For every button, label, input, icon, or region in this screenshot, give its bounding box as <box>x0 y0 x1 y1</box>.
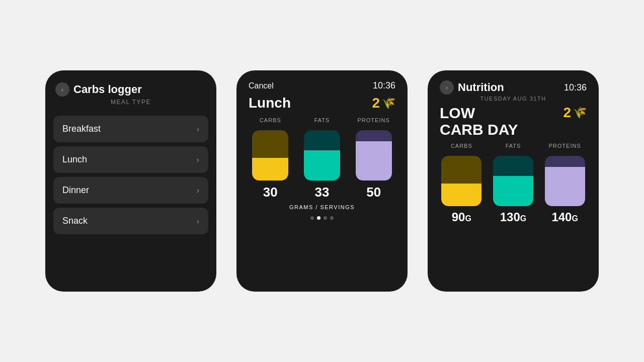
screen3-time: 10:36 <box>564 82 587 93</box>
screen-carbs-logger: ‹ Carbs logger MEAL TYPE Breakfast › Lun… <box>45 70 216 292</box>
meal-item-label: Breakfast <box>62 124 101 134</box>
screen1-title: Carbs logger <box>73 83 142 96</box>
meal-item-label: Lunch <box>62 154 87 165</box>
serving-badge: 2 🌾 <box>372 95 395 111</box>
day-type-line2: CARB DAY <box>440 121 518 138</box>
screen2-header: Cancel 10:36 <box>236 70 408 91</box>
grams-label: GRAMS <box>289 204 313 210</box>
proteins-value: 50 <box>354 185 394 200</box>
grams-servings-label: GRAMS / SERVINGS <box>236 202 408 212</box>
screen3-carbs-bar <box>441 156 481 206</box>
macros-labels: CARBS FATS PROTEINS <box>236 111 408 125</box>
carbs-value: 30 <box>250 185 290 200</box>
day-type-line1: LOW <box>440 105 475 121</box>
screen-nutrition: ‹ Nutrition 10:36 TUESDAY AUG 31TH LOW C… <box>428 70 599 292</box>
screen3-carbs-value: 90G <box>440 210 483 224</box>
meal-item-breakfast[interactable]: Breakfast › <box>53 116 208 142</box>
screen3-header: ‹ Nutrition 10:36 <box>428 70 599 95</box>
screen3-carbs-bar-fill <box>441 184 481 206</box>
day-type: LOW CARB DAY <box>440 105 518 138</box>
carbs-bar-fill <box>252 158 288 180</box>
screen3-fats-bar-fill <box>493 176 533 206</box>
carbs-bar <box>252 130 288 180</box>
fats-label: FATS <box>302 117 342 123</box>
meal-item-label: Snack <box>62 216 88 226</box>
screen3-date: TUESDAY AUG 31TH <box>428 95 599 103</box>
chevron-right-icon: › <box>197 155 199 164</box>
screen3-proteins-value: 140G <box>543 210 586 224</box>
screen3-fats-value: 130G <box>492 210 534 224</box>
proteins-bar-fill <box>356 141 392 180</box>
dot-4[interactable] <box>330 216 334 220</box>
back-button[interactable]: ‹ Carbs logger <box>55 82 142 97</box>
screen3-proteins-label: PROTEINS <box>545 143 585 149</box>
proteins-bar <box>356 130 392 180</box>
page-dots <box>236 212 408 226</box>
screen3-macro-values: 90G 130G 140G <box>428 206 599 226</box>
screen3-title-row: ‹ Nutrition <box>440 80 504 95</box>
meal-title-row: Lunch 2 🌾 <box>236 91 408 111</box>
bars-row <box>236 125 408 180</box>
screen3-fats-label: FATS <box>493 143 533 149</box>
fats-value: 33 <box>302 185 342 200</box>
screen3-serving-badge: 2 🌾 <box>563 105 587 121</box>
serving-count: 2 <box>372 95 380 111</box>
back-icon: ‹ <box>55 82 69 97</box>
screen3-proteins-bar <box>545 156 585 206</box>
fats-bar-fill <box>304 150 340 180</box>
dot-1[interactable] <box>310 216 314 220</box>
screen1-header: ‹ Carbs logger MEAL TYPE <box>45 70 216 112</box>
chevron-right-icon: › <box>197 186 199 195</box>
screen3-serving-count: 2 <box>563 105 571 121</box>
day-type-row: LOW CARB DAY 2 🌾 <box>428 103 599 138</box>
macro-values: 30 33 50 <box>236 180 408 202</box>
meal-type-label: MEAL TYPE <box>111 99 151 106</box>
meal-item-snack[interactable]: Snack › <box>53 208 208 234</box>
meal-item-label: Dinner <box>62 185 89 196</box>
chevron-right-icon: › <box>197 125 199 134</box>
meal-name: Lunch <box>249 95 291 111</box>
screen-lunch-macros: Cancel 10:36 Lunch 2 🌾 CARBS FATS PROTEI… <box>236 70 408 292</box>
wheat-icon: 🌾 <box>382 97 395 110</box>
screen3-bars-row <box>428 151 599 206</box>
carbs-label: CARBS <box>250 117 290 123</box>
cancel-button[interactable]: Cancel <box>249 81 274 90</box>
fats-bar <box>304 130 340 180</box>
screen3-macros-labels: CARBS FATS PROTEINS <box>428 138 599 151</box>
dot-2[interactable] <box>317 216 320 220</box>
screen3-fats-bar <box>493 156 533 206</box>
proteins-label: PROTEINS <box>354 117 394 123</box>
screen3-carbs-label: CARBS <box>441 143 481 149</box>
dot-3[interactable] <box>324 216 327 220</box>
meal-list: Breakfast › Lunch › Dinner › Snack › <box>45 112 216 238</box>
back-icon[interactable]: ‹ <box>440 80 454 95</box>
screen3-title: Nutrition <box>458 81 504 94</box>
meal-item-dinner[interactable]: Dinner › <box>53 177 208 204</box>
servings-label: / SERVINGS <box>315 204 355 210</box>
meal-item-lunch[interactable]: Lunch › <box>53 146 208 173</box>
screen3-wheat-icon: 🌾 <box>573 106 587 119</box>
chevron-right-icon: › <box>197 217 199 226</box>
screen3-proteins-bar-fill <box>545 167 585 206</box>
time-display: 10:36 <box>373 80 395 91</box>
